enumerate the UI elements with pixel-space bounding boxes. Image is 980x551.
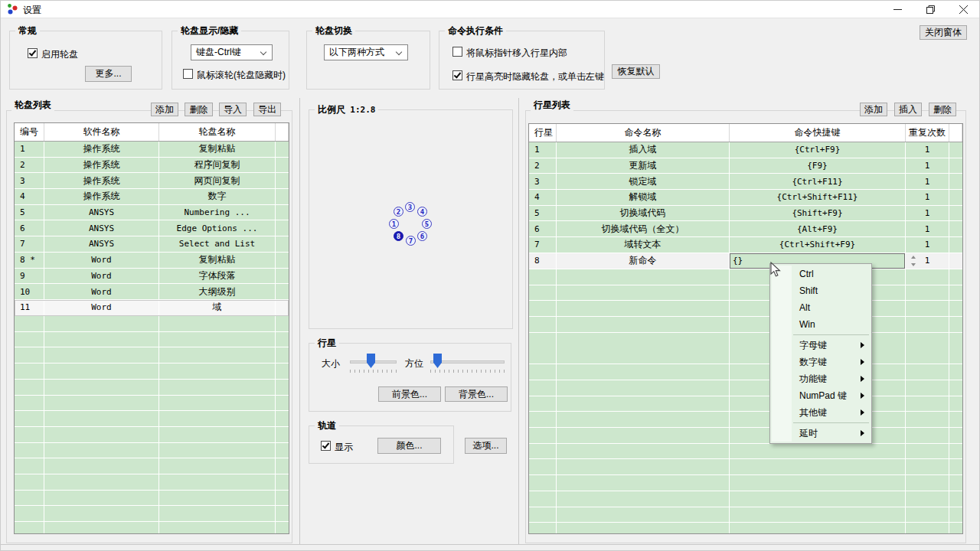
wheel-row-8[interactable]: 8 * Word 复制粘贴: [15, 253, 289, 269]
window-title: 设置: [23, 4, 41, 17]
menu-item-alt[interactable]: Alt: [770, 299, 871, 316]
wheel-row-10[interactable]: 10 Word 大纲级别: [15, 284, 289, 300]
cell-id: 5: [529, 206, 557, 221]
cell-name: Edge Options ...: [159, 220, 276, 236]
cell-name: 网页间复制: [159, 173, 276, 188]
cell-app: 操作系统: [44, 158, 159, 173]
cell-name: 字体段落: [159, 269, 276, 284]
wheel-badge-4[interactable]: 4: [417, 207, 427, 217]
title-bar: 设置: [0, 0, 980, 18]
planet-row-5[interactable]: 5 切换域代码 {Shift+F9} 1: [529, 206, 962, 222]
wheel-row-1[interactable]: 1 操作系统 复制粘贴: [15, 142, 289, 158]
minimize-button[interactable]: [880, 0, 914, 18]
pointer-inside-checkbox[interactable]: [452, 47, 462, 57]
background-color-button[interactable]: 背景色...: [445, 386, 508, 402]
group-exec-condition-label: 命令执行条件: [445, 24, 506, 37]
planet-row-8-editing[interactable]: 8 新命令 1: [529, 253, 962, 269]
cell-id: 10: [15, 284, 44, 299]
cell-id: 4: [529, 190, 557, 205]
hide-on-highlight-label: 行星高亮时隐藏轮盘，或单击左键: [466, 70, 604, 83]
enable-wheel-checkbox[interactable]: [28, 48, 38, 58]
wheel-import-button[interactable]: 导入: [219, 103, 247, 116]
chevron-down-icon: [260, 49, 266, 55]
wheel-delete-button[interactable]: 删除: [185, 103, 213, 116]
wheel-badge-6[interactable]: 6: [417, 231, 427, 241]
planet-row-7[interactable]: 7 域转文本 {Ctrl+Shift+F9} 1: [529, 237, 962, 253]
wheel-badge-3[interactable]: 3: [405, 202, 415, 212]
group-general: 常规 启用轮盘 更多...: [9, 31, 162, 90]
menu-item-letter-keys[interactable]: 字母键: [770, 337, 871, 354]
cell-cmd: 域转文本: [557, 237, 730, 253]
mouse-wheel-checkbox[interactable]: [183, 69, 193, 79]
menu-item-shift[interactable]: Shift: [770, 282, 871, 299]
menu-item-numpad-keys[interactable]: NumPad 键: [770, 387, 871, 404]
wheel-row-3[interactable]: 3 操作系统 网页间复制: [15, 173, 289, 189]
close-form-button[interactable]: 关闭窗体: [920, 25, 967, 40]
spinner-up-icon: [911, 256, 916, 259]
wheel-row-2[interactable]: 2 操作系统 程序间复制: [15, 158, 289, 174]
planet-row-2[interactable]: 2 更新域 {F9} 1: [529, 158, 962, 174]
wheel-badge-5[interactable]: 5: [422, 219, 432, 229]
restore-button[interactable]: [913, 0, 947, 18]
wheel-export-button[interactable]: 导出: [253, 103, 281, 116]
planet-row-1[interactable]: 1 插入域 {Ctrl+F9} 1: [529, 142, 962, 158]
cell-name: 域: [159, 300, 276, 315]
cell-count: 1: [906, 158, 949, 174]
restore-default-button[interactable]: 恢复默认: [612, 64, 660, 79]
panel-divider-right: [518, 98, 519, 544]
wheel-row-4[interactable]: 4 操作系统 数字: [15, 189, 289, 205]
menu-item-function-keys[interactable]: 功能键: [770, 370, 871, 387]
menu-separator: [793, 334, 869, 335]
planet-row-4[interactable]: 4 解锁域 {Ctrl+Shift+F11} 1: [529, 190, 962, 206]
show-hide-mode-select[interactable]: 键盘-Ctrl键: [191, 44, 273, 60]
wheel-list-title: 轮盘列表: [11, 99, 54, 112]
cell-name: 大纲级别: [159, 284, 276, 299]
enable-wheel-label: 启用轮盘: [41, 48, 78, 61]
spinner-down-icon: [911, 263, 916, 266]
menu-item-number-keys[interactable]: 数字键: [770, 354, 871, 370]
mouse-wheel-label: 鼠标滚轮(轮盘隐藏时): [197, 69, 286, 82]
menu-item-win[interactable]: Win: [770, 316, 871, 333]
wheel-badge-7[interactable]: 7: [406, 236, 416, 246]
menu-item-other-keys[interactable]: 其他键: [770, 404, 871, 421]
count-spinner[interactable]: [910, 256, 916, 266]
cell-app: Word: [44, 269, 159, 284]
orbit-group-label: 轨道: [315, 419, 339, 432]
planet-add-button[interactable]: 添加: [860, 103, 887, 116]
orbit-color-button[interactable]: 颜色...: [377, 438, 441, 454]
planet-insert-button[interactable]: 插入: [894, 103, 922, 116]
cell-id: 8: [529, 253, 557, 269]
wheel-row-11-selected[interactable]: 11 Word 域: [15, 300, 289, 316]
wheel-row-5[interactable]: 5 ANSYS Numbering ...: [15, 205, 289, 221]
wheel-row-9[interactable]: 9 Word 字体段落: [15, 269, 289, 285]
foreground-color-button[interactable]: 前景色...: [378, 386, 441, 402]
switch-mode-select[interactable]: 以下两种方式: [324, 44, 408, 60]
wheel-row-6[interactable]: 6 ANSYS Edge Options ...: [15, 220, 289, 236]
cell-hotkey: {Alt+F9}: [730, 221, 906, 236]
more-button[interactable]: 更多...: [85, 66, 132, 82]
wheel-badge-2[interactable]: 2: [394, 207, 403, 217]
wheel-badge-1[interactable]: 1: [389, 219, 399, 229]
group-wheel-switch-label: 轮盘切换: [312, 24, 355, 37]
options-button[interactable]: 选项...: [465, 438, 507, 454]
col-header-hotkey: 命令快捷键: [730, 124, 906, 142]
menu-item-ctrl[interactable]: Ctrl: [770, 266, 871, 282]
wheel-row-7[interactable]: 7 ANSYS Select and List: [15, 236, 289, 253]
orbit-show-checkbox[interactable]: [321, 441, 331, 451]
planet-delete-button[interactable]: 删除: [929, 103, 956, 116]
planet-row-6[interactable]: 6 切换域代码（全文） {Alt+F9} 1: [529, 221, 962, 237]
menu-item-delay[interactable]: 延时: [770, 425, 871, 442]
app-icon: [6, 3, 18, 15]
planet-row-3[interactable]: 3 锁定域 {Ctrl+F11} 1: [529, 174, 962, 190]
cell-app: 操作系统: [44, 189, 159, 204]
cell-id: 1: [529, 142, 557, 158]
hide-on-highlight-checkbox[interactable]: [452, 70, 462, 80]
cell-id: 3: [15, 173, 44, 188]
wheel-add-button[interactable]: 添加: [151, 103, 178, 116]
wheel-badge-8-selected[interactable]: 8: [394, 231, 403, 241]
close-button[interactable]: [946, 0, 980, 18]
panel-divider-left: [299, 98, 300, 544]
planet-list-title: 行星列表: [531, 99, 573, 112]
col-header-app: 软件名称: [44, 123, 159, 141]
cell-cmd: 新命令: [557, 253, 730, 269]
